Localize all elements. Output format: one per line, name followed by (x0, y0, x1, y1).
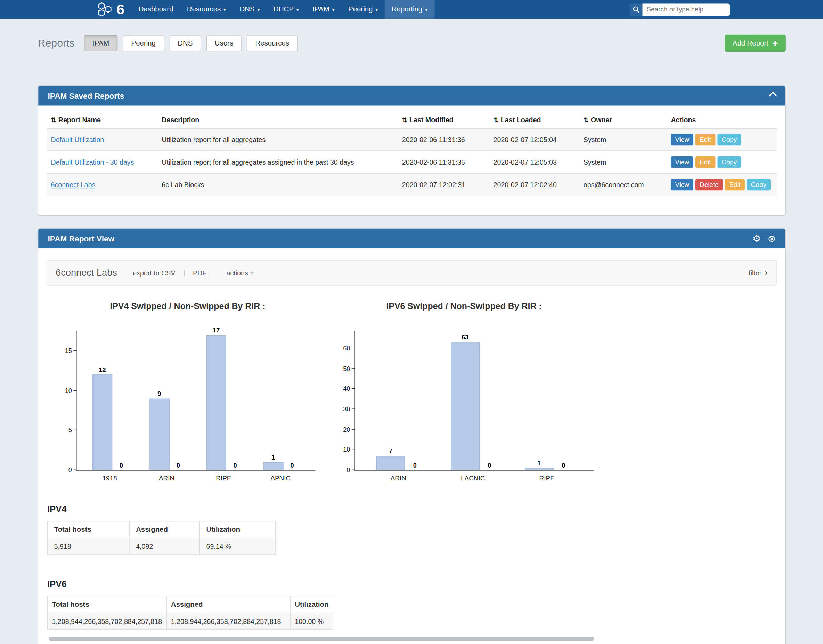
tab-users[interactable]: Users (206, 35, 242, 51)
bar-value-label: 17 (213, 327, 220, 334)
nav-item-dhcp[interactable]: DHCP▾ (267, 0, 306, 19)
ipv6-assigned: 1,208,944,266,358,702,884,257,818 (166, 613, 290, 630)
y-tick-label: 20 (343, 426, 350, 433)
filter-toggle[interactable]: filter › (749, 268, 768, 278)
copy-button[interactable]: Copy (747, 179, 771, 190)
nav-item-label: IPAM (312, 5, 329, 13)
search-icon[interactable] (630, 3, 642, 15)
tab-peering[interactable]: Peering (123, 35, 164, 51)
bar-group: 10 (524, 460, 569, 470)
tab-ipam[interactable]: IPAM (84, 35, 118, 51)
report-name-link[interactable]: Default Utilization (51, 135, 104, 143)
add-report-button[interactable]: Add Report ✚ (725, 35, 786, 52)
x-category-label: LACNIC (444, 475, 502, 482)
x-category-label: RIPE (518, 475, 576, 482)
report-name-link[interactable]: Default Utilization - 30 days (51, 158, 134, 166)
nav-item-reporting[interactable]: Reporting▾ (385, 0, 435, 19)
table-row: 5,918 4,092 69.14 % (48, 538, 275, 555)
bar-value-label: 7 (389, 448, 392, 455)
nav-item-ipam[interactable]: IPAM▾ (306, 0, 342, 19)
nav-item-resources[interactable]: Resources▾ (180, 0, 233, 19)
tab-resources[interactable]: Resources (247, 35, 298, 51)
column-header-description: Description (157, 113, 398, 129)
report-name-cell: Default Utilization (46, 128, 157, 151)
tab-dns[interactable]: DNS (169, 35, 201, 51)
y-tick-mark (73, 351, 77, 351)
y-tick-label: 40 (343, 385, 350, 393)
nav-item-dashboard[interactable]: Dashboard (132, 0, 180, 19)
ipv4-utilization: 69.14 % (200, 538, 275, 555)
bar-column: 63 (451, 334, 480, 470)
bar-column: 0 (172, 462, 184, 470)
edit-button[interactable]: Edit (696, 156, 715, 168)
bar-swipped (376, 456, 405, 470)
actions-cell: ViewEditCopy (666, 151, 777, 173)
chevron-down-icon: ▾ (425, 7, 428, 13)
x-category-label: 1918 (81, 475, 139, 482)
edit-button[interactable]: Edit (725, 179, 745, 190)
column-header-last-modified[interactable]: ⇅Last Modified (398, 113, 489, 129)
last-modified-cell: 2020-02-07 12:02:31 (398, 173, 489, 196)
logo[interactable]: 6 (96, 0, 124, 19)
nav-item-label: DHCP (273, 5, 294, 13)
y-tick-label: 30 (343, 405, 350, 412)
logo-text: 6 (117, 0, 124, 19)
bar-column: 12 (92, 366, 112, 470)
bar-swipped (92, 375, 112, 470)
ipv6-utilization: 100.00 % (290, 613, 333, 630)
bar-value-label: 63 (462, 334, 468, 341)
bar-value-label: 12 (99, 366, 106, 374)
bar-value-label: 0 (488, 462, 491, 469)
actions-menu-link[interactable]: actions + (227, 269, 254, 277)
report-view-panel: IPAM Report View ⚙ ⊗ 6connect Labs expor… (38, 228, 786, 644)
collapse-chevron-icon[interactable] (769, 92, 777, 100)
export-csv-link[interactable]: export to CSV (133, 269, 175, 277)
report-toolbar: 6connect Labs export to CSV | PDF action… (46, 260, 777, 285)
ipv4-assigned: 4,092 (129, 538, 200, 555)
column-header-label: Description (161, 116, 199, 124)
column-header-owner[interactable]: ⇅Owner (579, 113, 667, 129)
table-row: Default Utilization - 30 daysUtilization… (46, 151, 777, 173)
x-category-label: ARIN (138, 475, 195, 482)
view-button[interactable]: View (671, 179, 693, 190)
y-tick-mark (352, 348, 355, 348)
last-loaded-cell: 2020-02-07 12:05:03 (489, 151, 579, 173)
copy-button[interactable]: Copy (717, 134, 741, 145)
horizontal-scrollbar[interactable] (49, 637, 594, 641)
y-tick-mark (352, 449, 355, 450)
saved-reports-panel: IPAM Saved Reports ⇅Report NameDescripti… (38, 86, 786, 216)
y-tick-mark (352, 408, 355, 409)
y-tick-label: 50 (343, 365, 350, 372)
bar-column: 7 (376, 448, 405, 470)
y-tick-mark (73, 470, 77, 470)
nav-item-peering[interactable]: Peering▾ (341, 0, 385, 19)
view-button[interactable]: View (671, 134, 693, 145)
column-header-report-name[interactable]: ⇅Report Name (46, 113, 157, 129)
nav-menu: DashboardResources▾DNS▾DHCP▾IPAM▾Peering… (132, 0, 435, 19)
column-header-last-loaded[interactable]: ⇅Last Loaded (489, 113, 579, 129)
search-input[interactable] (642, 3, 729, 15)
toolbar-separator: | (183, 269, 185, 277)
copy-button[interactable]: Copy (717, 156, 741, 168)
column-header-total-hosts: Total hosts (48, 521, 130, 538)
view-button[interactable]: View (671, 156, 693, 168)
app-root: 6 DashboardResources▾DNS▾DHCP▾IPAM▾Peeri… (0, 0, 823, 644)
gear-icon[interactable]: ⚙ (752, 234, 761, 243)
x-category-label: RIPE (195, 475, 252, 482)
bar-value-label: 0 (562, 462, 565, 469)
column-header-label: Actions (671, 116, 696, 124)
bar-group: 630 (451, 334, 495, 470)
chevron-down-icon: ▾ (257, 7, 260, 13)
nav-item-dns[interactable]: DNS▾ (233, 0, 267, 19)
close-icon[interactable]: ⊗ (768, 234, 776, 243)
saved-reports-panel-header: IPAM Saved Reports (38, 86, 785, 106)
column-header-utilization: Utilization (290, 596, 333, 613)
report-name-link[interactable]: 6connect Labs (51, 181, 95, 189)
delete-button[interactable]: Delete (696, 179, 723, 190)
pdf-link[interactable]: PDF (193, 269, 206, 277)
edit-button[interactable]: Edit (696, 134, 715, 145)
table-header-row: ⇅Report NameDescription⇅Last Modified⇅La… (46, 113, 777, 129)
chevron-down-icon: ▾ (332, 7, 335, 13)
description-cell: Utilization report for all aggregates (157, 128, 398, 151)
top-nav: 6 DashboardResources▾DNS▾DHCP▾IPAM▾Peeri… (0, 0, 823, 19)
